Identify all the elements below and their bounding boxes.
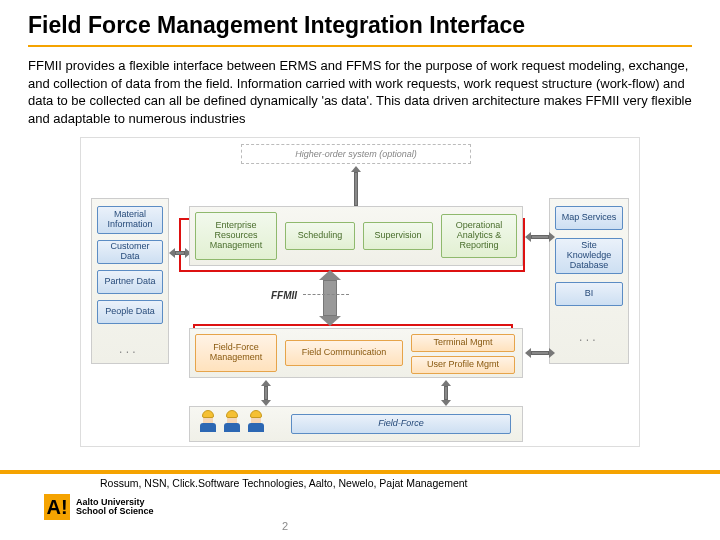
credits-text: Rossum, NSN, Click.Software Technologies…: [100, 477, 467, 489]
logo-mark-icon: A!: [44, 494, 70, 520]
erm-sub-2: Operational Analytics & Reporting: [441, 214, 517, 258]
right-dots: . . .: [579, 330, 596, 344]
left-box-0: Material Information: [97, 206, 163, 234]
left-box-1: Customer Data: [97, 240, 163, 264]
ffmii-arrow-icon: [319, 270, 341, 326]
page-title: Field Force Management Integration Inter…: [28, 12, 692, 47]
worker-icon: [223, 410, 241, 432]
ffm-sub-0: Field Communication: [285, 340, 403, 366]
right-box-1: Site Knowledge Database: [555, 238, 623, 274]
ffm-sub-2: User Profile Mgmt: [411, 356, 515, 374]
left-dots: . . .: [119, 342, 136, 356]
aalto-logo: A! Aalto University School of Science: [44, 494, 154, 520]
ffm-sub-1: Terminal Mgmt: [411, 334, 515, 352]
left-box-2: Partner Data: [97, 270, 163, 294]
description-text: FFMII provides a flexible interface betw…: [28, 57, 692, 127]
ffm-box: Field-Force Management: [195, 334, 277, 372]
worker-icon: [199, 410, 217, 432]
worker-icon: [247, 410, 265, 432]
erm-sub-0: Scheduling: [285, 222, 355, 250]
higher-order-box: Higher-order system (optional): [241, 144, 471, 164]
right-box-0: Map Services: [555, 206, 623, 230]
left-box-3: People Data: [97, 300, 163, 324]
divider-stripe: [0, 470, 720, 474]
page-number: 2: [282, 520, 288, 532]
erm-box: Enterprise Resources Management: [195, 212, 277, 260]
logo-line2: School of Science: [76, 507, 154, 516]
right-box-2: BI: [555, 282, 623, 306]
erm-sub-1: Supervision: [363, 222, 433, 250]
ffmii-label: FFMII: [271, 290, 297, 301]
higher-order-label: Higher-order system (optional): [295, 149, 416, 159]
architecture-diagram: Higher-order system (optional) Material …: [80, 137, 640, 447]
field-force-box: Field-Force: [291, 414, 511, 434]
